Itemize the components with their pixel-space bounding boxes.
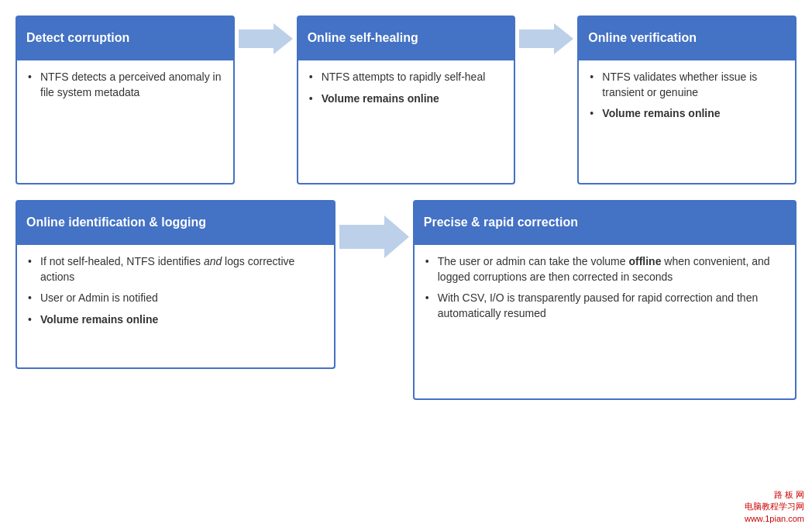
self-healing-bullet-1: NTFS attempts to rapidly self-heal: [309, 70, 504, 85]
self-healing-body: NTFS attempts to rapidly self-heal Volum…: [297, 60, 516, 184]
identification-bullet-2: User or Admin is notified: [28, 291, 323, 306]
arrow-2-icon: [519, 23, 573, 54]
watermark-line2: 电脑教程学习网: [745, 501, 804, 512]
svg-marker-1: [519, 23, 573, 54]
watermark: 路 板 网 电脑教程学习网 www.1pian.com: [745, 489, 804, 525]
identification-bullet-3: Volume remains online: [28, 312, 323, 328]
arrow-1-container: [235, 16, 297, 54]
correction-title: Precise & rapid correction: [424, 215, 578, 231]
identification-box: Online identification & logging If not s…: [15, 200, 335, 369]
verification-title: Online verification: [588, 30, 697, 47]
arrow-2-container: [515, 16, 577, 54]
verification-body: NTFS validates whether issue is transien…: [577, 60, 797, 184]
identification-title: Online identification & logging: [26, 215, 206, 231]
self-healing-bullet-2: Volume remains online: [309, 91, 504, 107]
verification-bullet-1: NTFS validates whether issue is transien…: [590, 70, 784, 100]
correction-bullet-1: The user or admin can take the volume of…: [425, 254, 784, 284]
watermark-line1: 路 板 网: [745, 489, 804, 501]
detect-header: Detect corruption: [15, 16, 235, 60]
identification-header: Online identification & logging: [15, 200, 335, 245]
verification-box: Online verification NTFS validates wheth…: [577, 16, 797, 184]
top-row: Detect corruption NTFS detects a perceiv…: [15, 16, 797, 184]
self-healing-box: Online self-healing NTFS attempts to rap…: [297, 16, 516, 184]
main-container: Detect corruption NTFS detects a perceiv…: [0, 0, 812, 531]
self-healing-header: Online self-healing: [297, 16, 516, 60]
detect-bullet-1: NTFS detects a perceived anomaly in file…: [28, 70, 222, 100]
correction-box: Precise & rapid correction The user or a…: [413, 200, 797, 400]
correction-body: The user or admin can take the volume of…: [413, 245, 797, 400]
bottom-row: Online identification & logging If not s…: [15, 200, 797, 400]
svg-marker-2: [339, 216, 409, 258]
detect-box: Detect corruption NTFS detects a perceiv…: [15, 16, 235, 184]
verification-header: Online verification: [577, 16, 797, 60]
detect-title: Detect corruption: [26, 30, 129, 47]
verification-bullet-2: Volume remains online: [590, 106, 784, 122]
arrow-3-container: [335, 200, 413, 258]
arrow-3-icon: [339, 216, 409, 258]
identification-bullet-1: If not self-healed, NTFS identifies and …: [28, 254, 323, 284]
correction-header: Precise & rapid correction: [413, 200, 797, 245]
detect-body: NTFS detects a perceived anomaly in file…: [15, 60, 235, 184]
watermark-line3: www.1pian.com: [745, 513, 804, 525]
self-healing-title: Online self-healing: [308, 30, 418, 47]
correction-bullet-2: With CSV, I/O is transparently paused fo…: [425, 291, 784, 321]
identification-body: If not self-healed, NTFS identifies and …: [15, 245, 335, 369]
arrow-1-icon: [239, 23, 293, 54]
svg-marker-0: [239, 23, 293, 54]
